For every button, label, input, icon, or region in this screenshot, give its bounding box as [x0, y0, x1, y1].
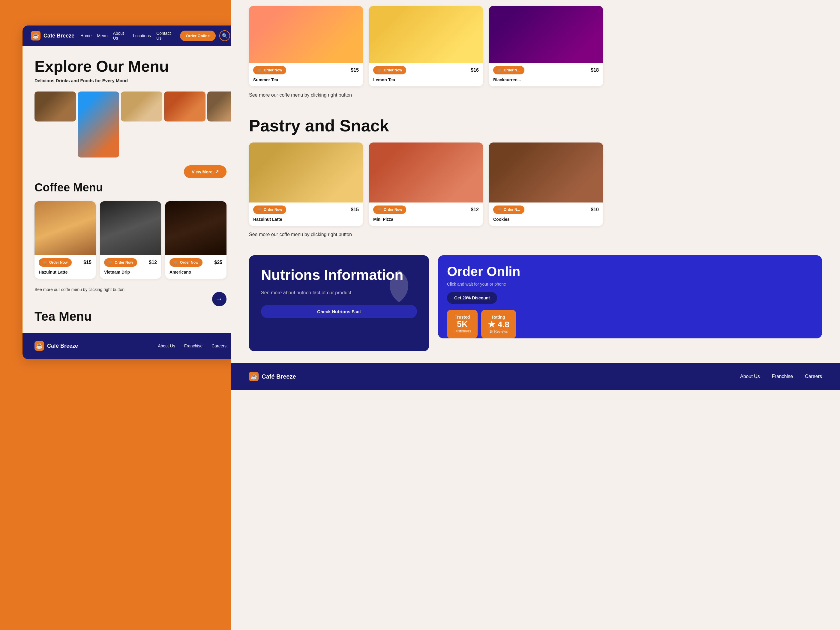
pastry-card-order-row-2: 🛒 Order N... $10 — [489, 202, 603, 216]
coffee-price-0: $15 — [84, 260, 92, 265]
cart-icon-2: 🛒 — [174, 261, 178, 265]
main-content: Explore Our Menu Delicious Drinks and Fo… — [22, 46, 238, 333]
search-button[interactable]: 🔍 — [219, 30, 230, 41]
coffee-card-img-1 — [100, 201, 161, 255]
right-footer-link-about[interactable]: About Us — [740, 374, 760, 379]
tea-order-button-2[interactable]: 🛒 Order N... — [493, 66, 524, 74]
tea-section: 🛒 Order Now $15 Summer Tea 🛒 Order Now $… — [231, 0, 840, 116]
stat-rating-sub: 1k Reviews — [488, 329, 509, 333]
order-online-button[interactable]: Order Online — [180, 31, 216, 41]
pastry-order-button-0[interactable]: 🛒 Order Now — [253, 205, 286, 214]
right-footer-link-franchise[interactable]: Franchise — [772, 374, 793, 379]
coffee-name-2: Americano — [165, 268, 226, 279]
cart-icon-tea-2: 🛒 — [497, 68, 502, 72]
coffee-name-1: Vietnam Drip — [100, 268, 161, 279]
coffee-cards-row: 🛒 Order Now $15 Hazulnut Latte 🛒 Order N… — [35, 201, 226, 279]
cart-icon-1: 🛒 — [108, 261, 113, 265]
stat-trusted-value: 5K — [453, 319, 471, 329]
coffee-order-button-2[interactable]: 🛒 Order Now — [169, 258, 202, 267]
pastry-order-button-2[interactable]: 🛒 Order N... — [493, 205, 524, 214]
cart-icon-0: 🛒 — [43, 261, 47, 265]
nav-home[interactable]: Home — [81, 33, 92, 38]
tea-section-title: Tea Menu — [35, 306, 226, 324]
cart-icon-pastry-2: 🛒 — [497, 208, 502, 212]
footer-link-careers[interactable]: Careers — [212, 344, 226, 348]
right-panel: 🛒 Order Now $15 Summer Tea 🛒 Order Now $… — [231, 0, 840, 630]
pastry-cards-row: 🛒 Order Now $15 Hazulnut Latte 🛒 Order N… — [249, 142, 822, 226]
cart-icon-tea-1: 🛒 — [377, 68, 382, 72]
coffee-section-title: Coffee Menu — [35, 181, 226, 194]
footer-links: About Us Franchise Careers — [158, 344, 226, 348]
pastry-card-order-row-0: 🛒 Order Now $15 — [249, 202, 363, 216]
tea-card-order-row-2: 🛒 Order N... $18 — [489, 63, 603, 76]
pastry-card-order-row-1: 🛒 Order Now $12 — [369, 202, 483, 216]
tea-card-order-row-0: 🛒 Order Now $15 — [249, 63, 363, 76]
coffee-order-button-0[interactable]: 🛒 Order Now — [39, 258, 72, 267]
coffee-card-order-row-0: 🛒 Order Now $15 — [35, 255, 96, 268]
tea-cards-row: 🛒 Order Now $15 Summer Tea 🛒 Order Now $… — [249, 6, 822, 87]
tea-card-0: 🛒 Order Now $15 Summer Tea — [249, 6, 363, 87]
nav-locations[interactable]: Locations — [133, 33, 151, 38]
navbar-actions: Order Online 🔍 — [180, 30, 230, 41]
left-panel: ☕ Café Breeze Home Menu About Us Locatio… — [22, 25, 238, 359]
tea-card-img-0 — [249, 6, 363, 63]
order-online-desc: Click and wait for your or phone — [447, 282, 813, 286]
tea-name-1: Lemon Tea — [369, 76, 483, 87]
coffee-card-2: 🛒 Order Now $25 Americano — [165, 201, 226, 279]
pastry-name-0: Hazulnut Latte — [249, 216, 363, 226]
pastry-card-2: 🛒 Order N... $10 Cookies — [489, 142, 603, 226]
stat-rating-label: Rating — [488, 315, 509, 319]
stats-row: Trusted 5K Customers Rating ★ 4.8 1k Rev… — [447, 310, 813, 338]
grid-image-pizza — [164, 92, 205, 122]
pastry-card-img-1 — [369, 142, 483, 202]
tea-price-2: $18 — [591, 68, 599, 73]
cart-icon-pastry-1: 🛒 — [377, 208, 382, 212]
view-more-button[interactable]: View More ↗ — [184, 165, 226, 178]
brand-logo[interactable]: ☕ Café Breeze — [31, 31, 74, 41]
pastry-name-1: Mini Pizza — [369, 216, 483, 226]
tea-price-0: $15 — [351, 68, 359, 73]
nav-menu[interactable]: Menu — [97, 33, 107, 38]
coffee-order-button-1[interactable]: 🛒 Order Now — [104, 258, 137, 267]
pastry-price-0: $15 — [351, 207, 359, 212]
coffee-card-order-row-1: 🛒 Order Now $12 — [100, 255, 161, 268]
next-button[interactable]: → — [212, 292, 226, 306]
left-footer: ☕ Café Breeze About Us Franchise Careers — [22, 333, 238, 359]
nutrition-card: Nutrions Information See more about nutr… — [249, 255, 429, 351]
tea-price-1: $16 — [471, 68, 479, 73]
coffee-see-more: See more our coffe menu by clicking righ… — [35, 287, 226, 292]
search-icon: 🔍 — [222, 33, 228, 39]
discount-button[interactable]: Get 20% Discount — [447, 292, 497, 304]
pastry-price-2: $10 — [591, 207, 599, 212]
tea-order-button-1[interactable]: 🛒 Order Now — [373, 66, 406, 74]
brand-icon: ☕ — [31, 31, 41, 41]
footer-link-franchise[interactable]: Franchise — [184, 344, 202, 348]
tea-name-0: Summer Tea — [249, 76, 363, 87]
pastry-section-title: Pastry and Snack — [249, 116, 822, 135]
footer-brand-name: Café Breeze — [47, 343, 78, 349]
pastry-price-1: $12 — [471, 207, 479, 212]
stat-trusted-label: Trusted — [453, 315, 471, 319]
pastry-card-img-0 — [249, 142, 363, 202]
footer-link-about[interactable]: About Us — [158, 344, 175, 348]
check-fact-button[interactable]: Check Nutrions Fact — [261, 305, 417, 318]
tea-card-2: 🛒 Order N... $18 Blackcurren... — [489, 6, 603, 87]
nav-contact[interactable]: Contact Us — [156, 31, 174, 41]
pastry-name-2: Cookies — [489, 216, 603, 226]
tea-card-img-1 — [369, 6, 483, 63]
right-footer-link-careers[interactable]: Careers — [805, 374, 822, 379]
coffee-card-img-2 — [165, 201, 226, 255]
right-footer: ☕ Café Breeze About Us Franchise Careers — [231, 363, 840, 390]
coffee-card-0: 🛒 Order Now $15 Hazulnut Latte — [35, 201, 96, 279]
tea-order-button-0[interactable]: 🛒 Order Now — [253, 66, 286, 74]
order-online-title: Order Onlin — [447, 264, 813, 279]
next-icon: → — [216, 295, 223, 303]
grid-image-latte — [35, 92, 76, 122]
bottom-section: Nutrions Information See more about nutr… — [231, 255, 840, 363]
arrow-icon: ↗ — [215, 169, 219, 175]
nav-about[interactable]: About Us — [113, 31, 128, 41]
tea-card-1: 🛒 Order Now $16 Lemon Tea — [369, 6, 483, 87]
pastry-order-button-1[interactable]: 🛒 Order Now — [373, 205, 406, 214]
pastry-card-img-2 — [489, 142, 603, 202]
right-footer-brand: ☕ Café Breeze — [249, 372, 296, 381]
